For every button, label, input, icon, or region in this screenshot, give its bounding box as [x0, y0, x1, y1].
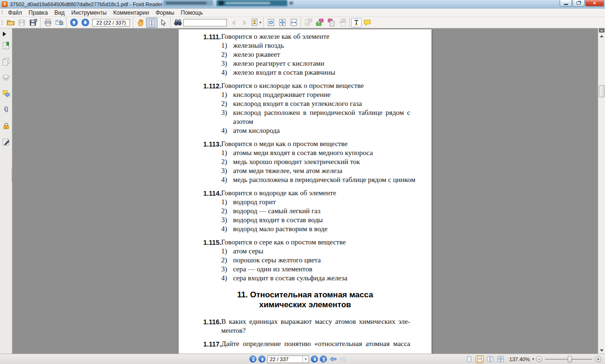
menu-file[interactable]: Файл: [5, 9, 26, 17]
page-content: 1.111.Говорится о железе как об элементе…: [203, 32, 410, 349]
open-folder-icon: [7, 18, 15, 26]
combine-pdf-icon: [327, 18, 335, 26]
continuous-view-button[interactable]: [475, 355, 484, 363]
email-button[interactable]: [53, 17, 65, 28]
option-row: 2)водород — самый легкий газ: [221, 207, 410, 216]
fit-page-button[interactable]: [277, 17, 288, 28]
up-arrow-icon: [70, 18, 78, 26]
previous-view-button[interactable]: [329, 355, 337, 363]
scroll-up-arrow[interactable]: [600, 35, 604, 37]
option-text-line: водород горит: [233, 198, 410, 207]
signatures-panel-button[interactable]: [1, 138, 11, 146]
zoom-tool-button[interactable]: ▾: [251, 17, 262, 28]
option-text: атом кислорода: [233, 126, 410, 135]
search-input[interactable]: [183, 19, 227, 26]
option-text: водород мало растворим в воде: [233, 225, 410, 234]
typewriter-tool-button[interactable]: [351, 18, 362, 27]
convert-pdf-button[interactable]: [337, 17, 348, 28]
previous-page-button[interactable]: [68, 17, 79, 28]
menu-forms[interactable]: Формы: [152, 9, 177, 17]
pages-panel-button[interactable]: [1, 57, 11, 66]
minimize-button[interactable]: [560, 0, 572, 7]
down-arrow-icon: [81, 18, 89, 26]
find-button[interactable]: [172, 17, 183, 28]
menu-comments[interactable]: Комментарии: [110, 9, 153, 17]
page-counter-dropdown-caret[interactable]: ▾: [302, 356, 309, 363]
layers-panel-button[interactable]: [1, 73, 11, 82]
note-comment-button[interactable]: [362, 17, 373, 28]
menu-help[interactable]: Помощь: [178, 9, 206, 17]
option-text-line: сера входит в состав сульфида железа: [233, 274, 410, 283]
fit-page-icon: [278, 18, 286, 26]
restore-button[interactable]: [572, 0, 585, 7]
select-annotation-button[interactable]: [157, 17, 169, 28]
option-text-line: атомы меди входят в состав медного купор…: [233, 148, 410, 157]
option-row: 4)атом кислорода: [221, 126, 410, 135]
pdf-from-file-icon: [304, 18, 312, 26]
zoom-slider[interactable]: [545, 356, 592, 363]
option-number: 3): [221, 108, 233, 126]
next-view-button[interactable]: [339, 355, 348, 363]
menu-view[interactable]: Вид: [51, 9, 68, 17]
actual-size-icon: [267, 18, 275, 26]
menubar-grip[interactable]: [1, 10, 3, 16]
last-page-button[interactable]: [320, 355, 327, 363]
forward-arrow-icon: [340, 356, 347, 362]
zoom-in-button[interactable]: +: [595, 356, 601, 362]
select-text-tool-button[interactable]: [146, 17, 157, 28]
option-row: 4)медь расположена в периодической табли…: [221, 175, 410, 184]
next-page-button[interactable]: [79, 17, 91, 28]
section-heading-line: химических элементов: [179, 300, 432, 310]
first-page-button[interactable]: [250, 355, 257, 363]
zoom-slider-thumb[interactable]: [568, 356, 572, 363]
question-number: 1.111.: [203, 32, 221, 77]
option-row: 1)атомы меди входят в состав медного куп…: [221, 148, 410, 157]
save-as-button[interactable]: [27, 17, 39, 28]
single-page-view-button[interactable]: [465, 355, 474, 363]
vertical-scrollbar[interactable]: [598, 28, 605, 354]
option-row: 1)атом серы: [221, 247, 410, 256]
expand-panel-icon[interactable]: [3, 32, 6, 36]
create-pdf-from-scanner-button[interactable]: [314, 17, 325, 28]
option-text: железо входит в состав ржавчины: [233, 68, 410, 77]
bookmarks-panel-button[interactable]: [1, 41, 11, 50]
scrollbar-collapse-button[interactable]: [599, 28, 605, 33]
actual-size-button[interactable]: [265, 17, 277, 28]
scrollbar-thumb[interactable]: [599, 85, 605, 97]
menu-tools[interactable]: Инструменты: [68, 9, 110, 17]
zoom-out-button[interactable]: −: [536, 356, 542, 362]
section-heading-line: 11. Относительная атомная масса: [179, 290, 432, 300]
close-button[interactable]: ✕: [585, 0, 604, 7]
facing-view-button[interactable]: [486, 355, 494, 363]
scroll-down-arrow[interactable]: [600, 349, 604, 352]
previous-page-nav-button[interactable]: [259, 355, 266, 363]
pdf-page: 1.111.Говорится о железе как об элементе…: [179, 29, 432, 354]
option-row: 3)кислород расположен в периодической та…: [221, 108, 410, 126]
option-text-line: кислород расположен в периодической табл…: [233, 108, 410, 117]
hand-tool-button[interactable]: [135, 17, 146, 28]
comments-panel-button[interactable]: [1, 89, 11, 98]
find-next-button[interactable]: [239, 17, 251, 28]
print-button[interactable]: [42, 17, 53, 28]
question-number: 1.117.: [203, 339, 221, 349]
option-number: 2): [221, 256, 233, 265]
back-arrow-icon: [329, 356, 337, 362]
question-title-line: Говорится о меди как о простом веществе: [221, 139, 410, 148]
attachments-panel-button[interactable]: [1, 105, 11, 114]
zoom-dropdown-caret[interactable]: ▾: [532, 357, 534, 361]
question-title-line: Дайте определение понятию «относительная…: [221, 339, 410, 348]
menu-edit[interactable]: Правка: [26, 9, 52, 17]
toolbar-page-counter-input[interactable]: [92, 19, 130, 26]
find-previous-button[interactable]: [228, 17, 239, 28]
save-button[interactable]: [16, 17, 27, 28]
option-text-line: медь хорошо проводит электрический ток: [233, 157, 410, 166]
next-page-nav-button[interactable]: [311, 355, 318, 363]
open-file-button[interactable]: [5, 17, 16, 28]
create-pdf-from-file-button[interactable]: [302, 17, 314, 28]
fit-width-button[interactable]: [288, 17, 299, 28]
statusbar-page-counter[interactable]: 22 / 337 ▾: [268, 355, 309, 363]
continuous-facing-view-button[interactable]: [496, 355, 505, 363]
toolbar-grip[interactable]: [1, 20, 3, 26]
security-panel-button[interactable]: [1, 121, 11, 130]
combine-pdf-button[interactable]: [325, 17, 337, 28]
